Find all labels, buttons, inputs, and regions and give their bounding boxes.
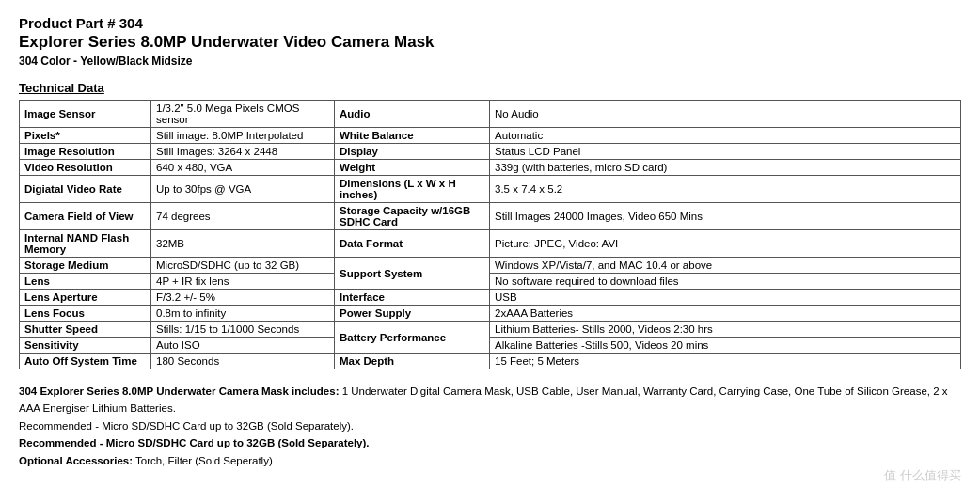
- product-subtitle: 304 Color - Yellow/Black Midsize: [19, 55, 961, 68]
- product-part: Product Part # 304: [19, 15, 961, 31]
- table-row: SensitivityAuto ISOAlkaline Batteries -S…: [20, 338, 961, 354]
- table-row: Lens ApertureF/3.2 +/- 5%InterfaceUSB: [20, 290, 961, 306]
- table-row: Image ResolutionStill Images: 3264 x 244…: [20, 144, 961, 160]
- footer-line1: 304 Explorer Series 8.0MP Underwater Cam…: [19, 383, 961, 417]
- table-row: Lens4P + IR fix lensNo software required…: [20, 274, 961, 290]
- footer-section: 304 Explorer Series 8.0MP Underwater Cam…: [19, 383, 961, 469]
- footer-line2: Recommended - Micro SD/SDHC Card up to 3…: [19, 417, 961, 434]
- table-row: Digiatal Video RateUp to 30fps @ VGADime…: [20, 176, 961, 203]
- table-row: Auto Off System Time180 SecondsMax Depth…: [20, 354, 961, 369]
- table-row: Camera Field of View74 degreesStorage Ca…: [20, 203, 961, 230]
- product-title: Explorer Series 8.0MP Underwater Video C…: [19, 33, 961, 52]
- specs-table: Image Sensor1/3.2" 5.0 Mega Pixels CMOS …: [19, 100, 961, 369]
- footer-line4: Optional Accessories: Torch, Filter (Sol…: [19, 452, 961, 469]
- table-row: Shutter SpeedStills: 1/15 to 1/1000 Seco…: [20, 322, 961, 338]
- table-row: Pixels*Still image: 8.0MP InterpolatedWh…: [20, 128, 961, 144]
- table-row: Lens Focus0.8m to infinityPower Supply2x…: [20, 306, 961, 322]
- table-row: Internal NAND Flash Memory32MBData Forma…: [20, 230, 961, 258]
- footer-line3: Recommended - Micro SD/SDHC Card up to 3…: [19, 434, 961, 451]
- section-title: Technical Data: [19, 81, 961, 95]
- table-row: Video Resolution640 x 480, VGAWeight339g…: [20, 160, 961, 176]
- table-row: Image Sensor1/3.2" 5.0 Mega Pixels CMOS …: [20, 101, 961, 128]
- table-row: Storage MediumMicroSD/SDHC (up to 32 GB)…: [20, 258, 961, 274]
- footer-includes-label: 304 Explorer Series 8.0MP Underwater Cam…: [19, 385, 339, 397]
- watermark: 值 什么值得买: [884, 467, 961, 484]
